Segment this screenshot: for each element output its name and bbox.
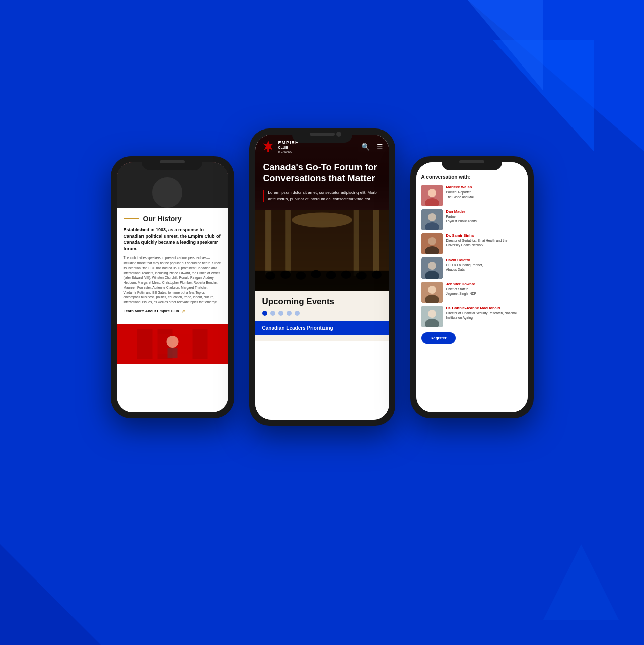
right-phone: A conversation with: Marieke Wals — [410, 156, 534, 418]
left-phone-notch — [142, 156, 202, 170]
speaker-avatar-3 — [421, 233, 443, 254]
left-bottom-image — [117, 324, 228, 364]
empire-text: EMPIRE CLUB of CANADA — [278, 140, 299, 153]
center-phone-camera — [336, 132, 341, 137]
svg-rect-14 — [285, 210, 291, 276]
event-title-bar: Canadian Leaders Prioritizing — [255, 321, 389, 335]
center-phone-content: EMPIRE CLUB of CANADA 🔍 ☰ Canada's Go-T — [255, 135, 389, 420]
speaker-avatar-5 — [421, 282, 443, 303]
left-phone-screen: Our History Established in 1903, as a re… — [117, 162, 228, 412]
svg-point-25 — [371, 271, 381, 279]
svg-rect-10 — [167, 348, 177, 358]
svg-rect-13 — [265, 210, 271, 276]
speaker-info-3: Dr. Samir Sinha Director of Geriatrics, … — [446, 233, 523, 247]
history-accent-line — [124, 218, 139, 219]
dot-5[interactable] — [295, 311, 300, 316]
svg-point-19 — [280, 271, 291, 279]
speaker-list: Marieke Walsh Political Reporter,The Glo… — [421, 185, 523, 327]
speaker-info-2: Dan Mader Partner,Loyalist Public Affair… — [446, 209, 523, 223]
svg-point-12 — [292, 212, 352, 227]
speaker-name-5: Jennifer Howard — [446, 282, 523, 286]
speaker-name-6: Dr. Bonnie-Jeanne MacDonald — [446, 306, 523, 310]
left-phone-speaker — [160, 160, 185, 163]
svg-point-21 — [311, 270, 321, 278]
svg-point-2 — [162, 167, 182, 187]
svg-rect-16 — [373, 210, 379, 276]
center-phone: EMPIRE CLUB of CANADA 🔍 ☰ Canada's Go-T — [249, 128, 395, 426]
speaker-info-4: David Coletto CEO & Founding Partner,Aba… — [446, 257, 523, 272]
speaker-role-6: Director of Financial Security Research,… — [446, 311, 523, 320]
our-history-section: Our History — [124, 215, 221, 223]
slider-dots — [262, 311, 382, 316]
svg-point-22 — [326, 271, 336, 279]
svg-point-29 — [428, 189, 436, 197]
bg-bottom-right — [543, 544, 619, 620]
center-phone-screen: EMPIRE CLUB of CANADA 🔍 ☰ Canada's Go-T — [255, 135, 389, 420]
svg-rect-15 — [353, 210, 359, 276]
menu-icon[interactable]: ☰ — [377, 143, 383, 151]
speaker-avatar-2 — [421, 209, 443, 230]
svg-rect-27 — [267, 148, 269, 152]
speaker-role-5: Chief of Staff toJagmeet Singh, NDP — [446, 287, 523, 296]
event-title-text: Canadian Leaders Prioritizing — [262, 325, 382, 331]
speaker-item-1: Marieke Walsh Political Reporter,The Glo… — [421, 185, 523, 206]
speaker-name-3: Dr. Samir Sinha — [446, 233, 523, 238]
nav-icons: 🔍 ☰ — [361, 143, 383, 151]
svg-point-35 — [428, 237, 436, 245]
speaker-name-2: Dan Mader — [446, 209, 523, 214]
dot-3[interactable] — [278, 311, 283, 316]
bg-bottom-left — [0, 544, 101, 645]
dot-2[interactable] — [270, 311, 275, 316]
svg-point-32 — [428, 213, 436, 221]
speaker-role-1: Political Reporter,The Globe and Mail — [446, 190, 523, 199]
speaker-info-5: Jennifer Howard Chief of Staff toJagmeet… — [446, 282, 523, 296]
search-icon[interactable]: 🔍 — [361, 143, 370, 151]
speaker-avatar-6 — [421, 306, 443, 327]
center-phone-speaker — [310, 133, 335, 136]
svg-point-41 — [428, 286, 436, 294]
svg-point-3 — [132, 190, 212, 208]
speaker-role-3: Director of Geriatrics, Sinai Health and… — [446, 238, 523, 247]
left-phone: Our History Established in 1903, as a re… — [111, 156, 234, 418]
svg-point-9 — [166, 336, 178, 348]
learn-more-arrow-icon: ↗ — [181, 309, 185, 314]
svg-point-20 — [296, 272, 306, 280]
speaker-role-4: CEO & Founding Partner,Abacus Data — [446, 263, 523, 272]
center-bottom-section: Upcoming Events Canadian Leaders Priorit… — [255, 291, 389, 341]
speaker-info-6: Dr. Bonnie-Jeanne MacDonald Director of … — [446, 306, 523, 320]
empire-logo: EMPIRE CLUB of CANADA — [261, 140, 299, 154]
svg-rect-5 — [137, 329, 152, 359]
speaker-item-5: Jennifer Howard Chief of Staff toJagmeet… — [421, 282, 523, 303]
svg-point-18 — [265, 272, 275, 280]
learn-more-link[interactable]: Learn More About Empire Club ↗ — [124, 309, 221, 314]
svg-point-44 — [428, 310, 436, 318]
speaker-name-4: David Coletto — [446, 257, 523, 262]
learn-more-label: Learn More About Empire Club — [124, 309, 179, 313]
right-phone-screen: A conversation with: Marieke Wals — [416, 162, 528, 412]
speaker-item-3: Dr. Samir Sinha Director of Geriatrics, … — [421, 233, 523, 254]
speaker-avatar-4 — [421, 257, 443, 279]
hero-main-heading: Canada's Go-To Forum for Conversations t… — [263, 162, 381, 184]
center-hero-text: Canada's Go-To Forum for Conversations t… — [263, 162, 381, 202]
dot-4[interactable] — [287, 311, 292, 316]
phones-container: Our History Established in 1903, as a re… — [45, 50, 599, 504]
speaker-name-1: Marieke Walsh — [446, 185, 523, 189]
svg-rect-7 — [192, 329, 207, 359]
svg-rect-17 — [255, 271, 389, 291]
svg-point-24 — [356, 272, 366, 280]
our-history-title-text: Our History — [143, 215, 182, 223]
speaker-item-2: Dan Mader Partner,Loyalist Public Affair… — [421, 209, 523, 230]
register-button[interactable]: Register — [421, 332, 456, 344]
speaker-avatar-1 — [421, 185, 443, 206]
left-body: Our History Established in 1903, as a re… — [117, 208, 228, 324]
svg-point-23 — [341, 271, 351, 279]
svg-point-38 — [428, 262, 436, 270]
right-phone-notch — [442, 156, 502, 170]
center-phone-notch — [292, 128, 352, 143]
speaker-role-2: Partner,Loyalist Public Affairs — [446, 214, 523, 223]
speaker-info-1: Marieke Walsh Political Reporter,The Glo… — [446, 185, 523, 199]
dot-1[interactable] — [262, 311, 267, 316]
right-phone-content: A conversation with: Marieke Wals — [416, 162, 528, 412]
center-hero: EMPIRE CLUB of CANADA 🔍 ☰ Canada's Go-T — [255, 135, 389, 291]
left-headline: Established in 1903, as a response to Ca… — [124, 227, 221, 252]
